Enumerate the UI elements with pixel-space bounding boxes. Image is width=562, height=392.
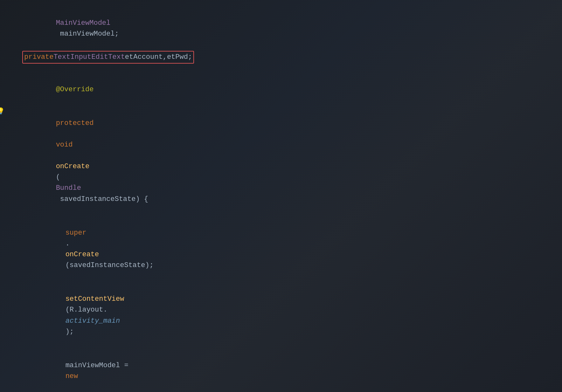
code-text: etAccount,etPwd; bbox=[125, 52, 192, 63]
code-text: (R.layout. bbox=[66, 306, 108, 314]
code-text: ( bbox=[56, 173, 60, 181]
code-line-2: private TextInputEditText etAccount,etPw… bbox=[19, 51, 562, 64]
method-name: onCreate bbox=[66, 251, 99, 258]
code-text: (savedInstanceState); bbox=[66, 261, 154, 269]
code-text: mainViewModel; bbox=[56, 30, 119, 38]
code-area: MainViewModel mainViewModel; private Tex… bbox=[19, 6, 562, 392]
keyword-void: void bbox=[56, 141, 73, 149]
code-line-viewmodel: mainViewModel = new ViewModelProvider ( … bbox=[19, 349, 562, 392]
code-text: mainViewModel = bbox=[66, 361, 133, 369]
code-text: . bbox=[66, 240, 70, 248]
code-text: ); bbox=[66, 328, 74, 336]
type-name: TextInputEditText bbox=[53, 52, 125, 63]
bulb-icon: 💡 bbox=[0, 107, 5, 116]
method-name: onCreate bbox=[56, 162, 90, 170]
highlighted-declaration: private TextInputEditText etAccount,etPw… bbox=[22, 51, 194, 64]
code-text bbox=[56, 152, 60, 160]
keyword-new: new bbox=[66, 372, 78, 380]
code-text bbox=[56, 130, 60, 138]
keyword-super: super bbox=[66, 229, 87, 237]
type-name: Bundle bbox=[56, 184, 81, 192]
code-text: savedInstanceState) { bbox=[56, 195, 148, 203]
code-line-oncreate: 💡 protected void onCreate ( Bundle saved… bbox=[19, 107, 562, 216]
keyword-protected: protected bbox=[56, 119, 94, 127]
field-name: activity_main bbox=[66, 317, 120, 325]
code-line-super: super . onCreate (savedInstanceState); bbox=[19, 216, 562, 283]
annotation: @Override bbox=[56, 86, 94, 93]
code-line-setcontentview: setContentView (R.layout. activity_main … bbox=[19, 282, 562, 349]
code-line-annotation: @Override bbox=[19, 72, 562, 106]
code-editor: MainViewModel mainViewModel; private Tex… bbox=[0, 0, 562, 392]
method-name: setContentView bbox=[66, 295, 124, 303]
type-name: MainViewModel bbox=[56, 19, 111, 27]
code-text bbox=[66, 383, 70, 391]
empty-line bbox=[19, 64, 562, 72]
code-line-1: MainViewModel mainViewModel; bbox=[19, 6, 562, 51]
keyword-private: private bbox=[24, 52, 53, 63]
